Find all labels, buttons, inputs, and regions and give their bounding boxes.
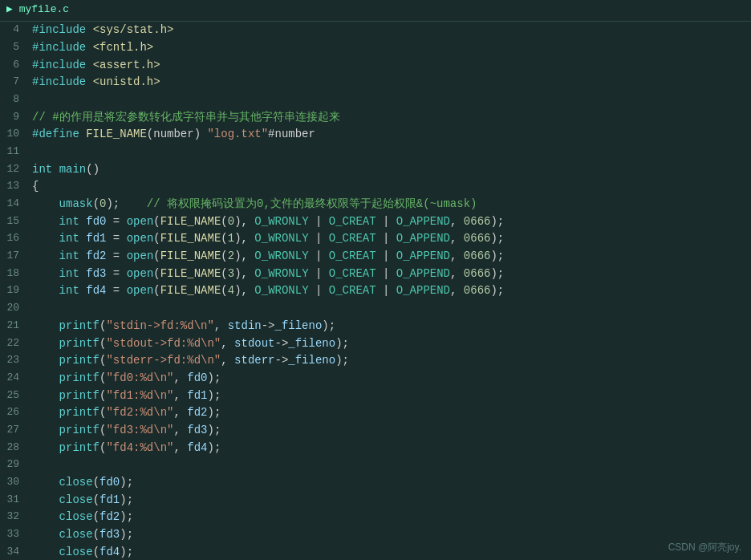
table-row: 5#include <fcntl.h> [0,39,751,57]
default-token [32,441,59,454]
var-token: _fileno [275,319,323,332]
default-token: ); [335,354,349,367]
inc-token: <fcntl.h> [93,41,154,54]
var-token: fd1 [99,493,120,506]
var-token: fd1 [86,232,106,245]
line-code: int fd2 = open(FILE_NAME(2), O_WRONLY | … [29,248,751,266]
default-token: ); [120,476,133,489]
line-number: 25 [0,388,29,405]
default-token [32,528,59,541]
table-row: 25 printf("fd1:%d\n", fd1); [0,388,751,405]
table-row: 17 int fd2 = open(FILE_NAME(2), O_WRONLY… [0,248,751,266]
flag-token: O_WRONLY [254,267,308,280]
default-token: | [309,250,329,262]
str-token: "stderr->fd:%d\n" [106,354,221,367]
line-code: printf("fd0:%d\n", fd0); [29,370,751,388]
inc-token: <assert.h> [93,59,160,71]
table-row: 7#include <unistd.h> [0,74,751,91]
default-token [79,128,86,140]
default-token [32,197,59,210]
default-token: #number [268,128,315,140]
fn-token: printf [59,389,99,402]
fn-token: close [59,528,93,541]
default-token: { [32,180,39,193]
num-token: 0666 [464,250,491,262]
default-token: ( [93,510,99,523]
default-token [79,267,86,280]
line-number: 13 [0,178,29,196]
line-code [29,144,751,161]
default-token: ); [120,546,133,558]
line-number: 16 [0,230,29,248]
kw-token: int [59,215,79,228]
default-token: = [106,232,126,245]
table-row: 15 int fd0 = open(FILE_NAME(0), O_WRONLY… [0,213,751,231]
default-token: , [214,319,228,332]
num-token: 0 [228,215,234,228]
default-token: | [376,267,396,280]
default-token: ); [490,250,504,262]
table-row: 34 close(fd4); [0,544,751,560]
line-code: int fd4 = open(FILE_NAME(4), O_WRONLY | … [29,282,751,300]
fn-token: close [59,493,93,506]
kw-token: int [59,284,79,297]
default-token [32,337,59,350]
line-code: int fd0 = open(FILE_NAME(0), O_WRONLY | … [29,213,751,231]
default-token [32,319,59,332]
line-number: 4 [0,22,29,39]
default-token [32,354,59,367]
flag-token: O_CREAT [329,267,376,280]
line-number: 21 [0,318,29,335]
table-row: 9// #的作用是将宏参数转化成字符串并与其他字符串连接起来 [0,109,751,127]
flag-token: O_WRONLY [254,284,308,297]
table-row: 24 printf("fd0:%d\n", fd0); [0,370,751,388]
line-number: 22 [0,335,29,353]
fn-token: printf [59,371,99,384]
default-token: ( [221,215,227,228]
fn-token: printf [59,441,99,454]
default-token [32,476,59,489]
default-token: , [450,250,464,262]
default-token: -> [262,319,275,332]
default-token [79,232,86,245]
flag-token: O_CREAT [329,284,376,297]
var-token: fd2 [86,250,106,262]
table-row: 32 close(fd2); [0,509,751,526]
default-token: ( [153,284,160,297]
line-code: int fd1 = open(FILE_NAME(1), O_WRONLY | … [29,230,751,248]
default-token [32,493,59,506]
default-token: ( [93,546,99,558]
default-token: = [106,215,126,228]
default-token: () [86,163,99,176]
table-row: 11 [0,144,751,161]
table-row: 18 int fd3 = open(FILE_NAME(3), O_WRONLY… [0,266,751,283]
default-token: -> [275,337,289,350]
default-token: ( [221,250,227,262]
line-number: 30 [0,474,29,492]
fn-token: open [127,232,154,245]
default-token [86,41,92,54]
default-token: , [173,389,187,402]
str-token: "fd4:%d\n" [106,441,173,454]
line-code: close(fd3); [29,526,751,544]
line-code: close(fd1); [29,492,751,509]
default-token: | [376,232,396,245]
code-container: ▶ myfile.c 4#include <sys/stat.h>5#inclu… [0,0,751,560]
default-token [32,267,59,280]
line-number: 8 [0,91,29,109]
default-token: , [173,441,187,454]
pp-token: #include [32,41,86,54]
default-token [32,424,59,436]
default-token: ( [93,476,99,489]
default-token: | [309,267,329,280]
table-row: 10#define FILE_NAME(number) "log.txt"#nu… [0,126,751,144]
pp-token: #define [32,128,79,140]
line-number: 27 [0,422,29,440]
var-token: fd3 [99,528,120,541]
pp-token: #include [32,59,86,71]
default-token: ), [234,232,254,245]
default-token [32,232,59,245]
default-token [32,406,59,419]
default-token: , [450,267,464,280]
num-token: 2 [228,250,234,262]
